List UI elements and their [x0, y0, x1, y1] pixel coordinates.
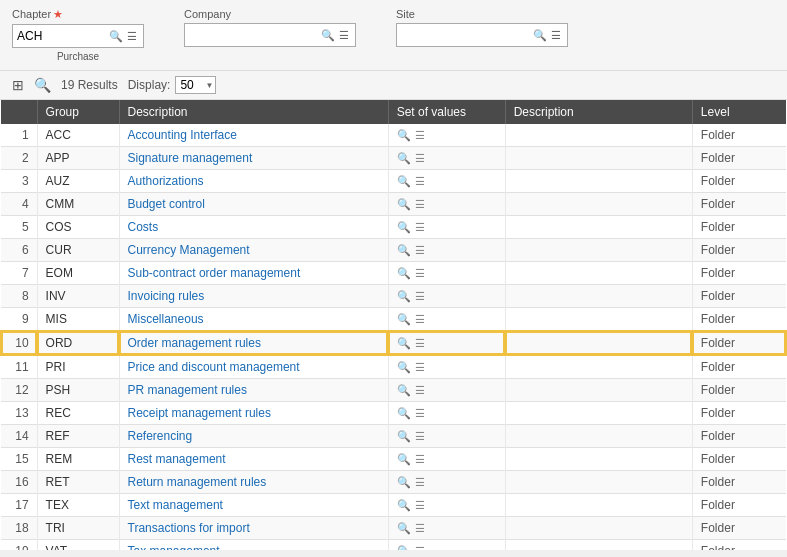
- row-list-icon[interactable]: ☰: [415, 499, 425, 512]
- row-search-icon[interactable]: 🔍: [397, 267, 411, 280]
- site-input[interactable]: [401, 28, 531, 42]
- row-num: 5: [1, 216, 37, 239]
- row-search-icon[interactable]: 🔍: [397, 337, 411, 350]
- row-description[interactable]: Return management rules: [119, 471, 388, 494]
- table-row[interactable]: 14 REF Referencing 🔍 ☰ Folder: [1, 425, 786, 448]
- company-input-wrapper[interactable]: 🔍 ☰: [184, 23, 356, 47]
- row-search-icon[interactable]: 🔍: [397, 522, 411, 535]
- table-row[interactable]: 19 VAT Tax management 🔍 ☰ Folder: [1, 540, 786, 551]
- search-icon[interactable]: 🔍: [109, 29, 123, 43]
- row-list-icon[interactable]: ☰: [415, 129, 425, 142]
- row-search-icon[interactable]: 🔍: [397, 453, 411, 466]
- row-list-icon[interactable]: ☰: [415, 267, 425, 280]
- row-description[interactable]: Price and discount management: [119, 355, 388, 379]
- row-search-icon[interactable]: 🔍: [397, 407, 411, 420]
- table-row[interactable]: 2 APP Signature management 🔍 ☰ Folder: [1, 147, 786, 170]
- row-list-icon[interactable]: ☰: [415, 244, 425, 257]
- row-description2: [505, 331, 692, 355]
- row-list-icon[interactable]: ☰: [415, 384, 425, 397]
- chapter-input-wrapper[interactable]: 🔍 ☰: [12, 24, 144, 48]
- row-list-icon[interactable]: ☰: [415, 337, 425, 350]
- table-row[interactable]: 11 PRI Price and discount management 🔍 ☰…: [1, 355, 786, 379]
- table-row[interactable]: 6 CUR Currency Management 🔍 ☰ Folder: [1, 239, 786, 262]
- grid-icon[interactable]: ⊞: [12, 77, 24, 93]
- row-description[interactable]: Currency Management: [119, 239, 388, 262]
- row-description[interactable]: Accounting Interface: [119, 124, 388, 147]
- row-list-icon[interactable]: ☰: [415, 221, 425, 234]
- company-input[interactable]: [189, 28, 319, 42]
- row-description[interactable]: Sub-contract order management: [119, 262, 388, 285]
- table-row[interactable]: 3 AUZ Authorizations 🔍 ☰ Folder: [1, 170, 786, 193]
- row-description[interactable]: Transactions for import: [119, 517, 388, 540]
- row-description[interactable]: Tax management: [119, 540, 388, 551]
- table-row[interactable]: 9 MIS Miscellaneous 🔍 ☰ Folder: [1, 308, 786, 332]
- list-icon[interactable]: ☰: [125, 29, 139, 43]
- row-description[interactable]: Receipt management rules: [119, 402, 388, 425]
- row-description[interactable]: Text management: [119, 494, 388, 517]
- row-search-icon[interactable]: 🔍: [397, 244, 411, 257]
- row-list-icon[interactable]: ☰: [415, 407, 425, 420]
- table-row[interactable]: 1 ACC Accounting Interface 🔍 ☰ Folder: [1, 124, 786, 147]
- table-row[interactable]: 12 PSH PR management rules 🔍 ☰ Folder: [1, 379, 786, 402]
- table-row[interactable]: 10 ORD Order management rules 🔍 ☰ Folder: [1, 331, 786, 355]
- row-list-icon[interactable]: ☰: [415, 152, 425, 165]
- row-description[interactable]: Order management rules: [119, 331, 388, 355]
- company-list-icon[interactable]: ☰: [337, 28, 351, 42]
- site-search-icon[interactable]: 🔍: [533, 28, 547, 42]
- table-row[interactable]: 7 EOM Sub-contract order management 🔍 ☰ …: [1, 262, 786, 285]
- row-description[interactable]: Rest management: [119, 448, 388, 471]
- row-search-icon[interactable]: 🔍: [397, 384, 411, 397]
- col-header-num: [1, 100, 37, 124]
- row-list-icon[interactable]: ☰: [415, 313, 425, 326]
- site-list-icon[interactable]: ☰: [549, 28, 563, 42]
- row-description[interactable]: Invoicing rules: [119, 285, 388, 308]
- row-level: Folder: [692, 471, 786, 494]
- row-list-icon[interactable]: ☰: [415, 476, 425, 489]
- row-search-icon[interactable]: 🔍: [397, 198, 411, 211]
- row-group: INV: [37, 285, 119, 308]
- row-search-icon[interactable]: 🔍: [397, 499, 411, 512]
- row-description[interactable]: Signature management: [119, 147, 388, 170]
- table-row[interactable]: 15 REM Rest management 🔍 ☰ Folder: [1, 448, 786, 471]
- row-search-icon[interactable]: 🔍: [397, 175, 411, 188]
- row-search-icon[interactable]: 🔍: [397, 152, 411, 165]
- row-search-icon[interactable]: 🔍: [397, 129, 411, 142]
- company-search-icon[interactable]: 🔍: [321, 28, 335, 42]
- table-row[interactable]: 4 CMM Budget control 🔍 ☰ Folder: [1, 193, 786, 216]
- row-list-icon[interactable]: ☰: [415, 198, 425, 211]
- row-search-icon[interactable]: 🔍: [397, 545, 411, 551]
- chapter-input[interactable]: [17, 29, 107, 43]
- row-search-icon[interactable]: 🔍: [397, 430, 411, 443]
- row-description[interactable]: Referencing: [119, 425, 388, 448]
- row-description[interactable]: Miscellaneous: [119, 308, 388, 332]
- row-description2: [505, 262, 692, 285]
- row-list-icon[interactable]: ☰: [415, 522, 425, 535]
- display-select[interactable]: 10 25 50 100: [175, 76, 216, 94]
- row-level: Folder: [692, 193, 786, 216]
- row-description[interactable]: Budget control: [119, 193, 388, 216]
- table-row[interactable]: 17 TEX Text management 🔍 ☰ Folder: [1, 494, 786, 517]
- row-description[interactable]: Authorizations: [119, 170, 388, 193]
- row-search-icon[interactable]: 🔍: [397, 313, 411, 326]
- table-row[interactable]: 16 RET Return management rules 🔍 ☰ Folde…: [1, 471, 786, 494]
- site-input-wrapper[interactable]: 🔍 ☰: [396, 23, 568, 47]
- search-toolbar-icon[interactable]: 🔍: [34, 77, 51, 93]
- row-search-icon[interactable]: 🔍: [397, 221, 411, 234]
- row-list-icon[interactable]: ☰: [415, 453, 425, 466]
- row-description[interactable]: Costs: [119, 216, 388, 239]
- row-list-icon[interactable]: ☰: [415, 361, 425, 374]
- row-search-icon[interactable]: 🔍: [397, 361, 411, 374]
- table-row[interactable]: 5 COS Costs 🔍 ☰ Folder: [1, 216, 786, 239]
- row-list-icon[interactable]: ☰: [415, 290, 425, 303]
- table-row[interactable]: 18 TRI Transactions for import 🔍 ☰ Folde…: [1, 517, 786, 540]
- row-list-icon[interactable]: ☰: [415, 545, 425, 551]
- display-select-wrapper[interactable]: 10 25 50 100: [175, 76, 216, 94]
- table-row[interactable]: 13 REC Receipt management rules 🔍 ☰ Fold…: [1, 402, 786, 425]
- row-search-icon[interactable]: 🔍: [397, 290, 411, 303]
- row-list-icon[interactable]: ☰: [415, 430, 425, 443]
- row-group: COS: [37, 216, 119, 239]
- row-description[interactable]: PR management rules: [119, 379, 388, 402]
- row-search-icon[interactable]: 🔍: [397, 476, 411, 489]
- table-row[interactable]: 8 INV Invoicing rules 🔍 ☰ Folder: [1, 285, 786, 308]
- row-list-icon[interactable]: ☰: [415, 175, 425, 188]
